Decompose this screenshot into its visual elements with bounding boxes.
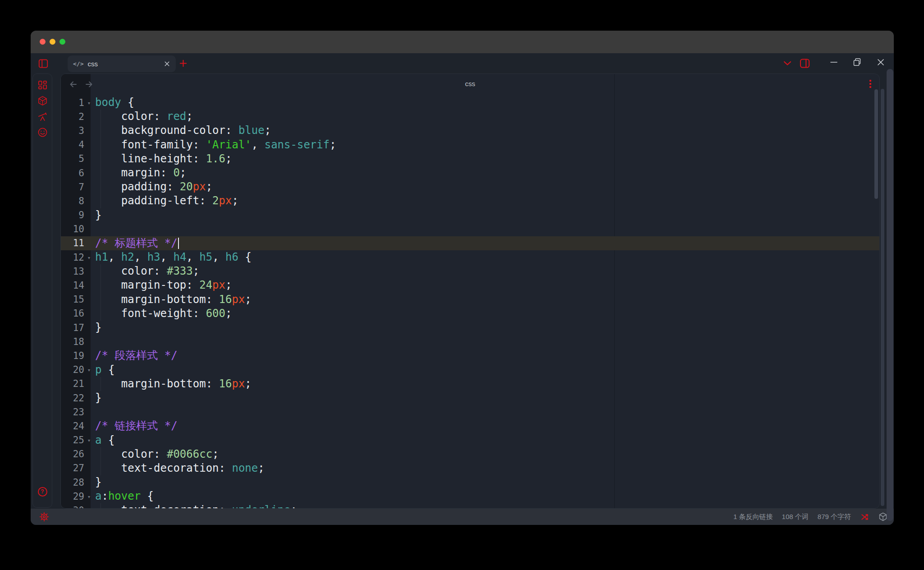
code-text[interactable]: h1, h2, h3, h4, h5, h6 { [91,250,879,264]
new-tab-button[interactable] [177,57,189,69]
code-text[interactable]: margin-top: 24px; [91,278,879,292]
code-line: 24/* 链接样式 */ [61,419,879,433]
code-text[interactable]: margin-bottom: 16px; [91,293,879,307]
code-line: 11/* 标题样式 */ [61,236,879,250]
code-text[interactable]: } [91,475,879,489]
line-number: 16 [61,308,91,319]
tab-list-dropdown-button[interactable] [782,59,792,67]
code-line: 17} [61,321,879,335]
app-window: </> css [31,31,894,525]
smile-button[interactable] [37,127,48,138]
code-text[interactable]: padding-left: 2px; [91,194,879,208]
chevron-down-icon [783,60,791,66]
left-ribbon: ? [32,74,52,508]
fold-caret-icon[interactable]: ▾ [88,100,90,105]
code-text[interactable]: p { [91,363,879,377]
code-line: 20▾p { [61,363,879,377]
editor-pane: css 1▾body {2 color: red;3 background-co… [60,74,880,509]
window-minimize-button[interactable] [828,57,839,68]
cube-status-button[interactable] [878,512,887,521]
code-text[interactable]: font-weight: 600; [91,307,879,321]
code-lines: 1▾body {2 color: red;3 background-color:… [61,96,879,509]
tab-css[interactable]: </> css [68,55,176,72]
code-line: 8 padding-left: 2px; [61,194,879,208]
close-icon [876,57,886,67]
code-text[interactable]: color: #333; [91,264,879,278]
code-line: 5 line-height: 1.6; [61,152,879,166]
code-line: 16 font-weight: 600; [61,307,879,321]
status-backlinks: 1 条反向链接 [733,513,773,521]
code-text[interactable]: a:hover { [91,489,879,503]
workspace: ? css 1▾body {2 color: red;3 background-… [31,74,894,509]
line-number: 19 [61,350,91,361]
code-text[interactable]: } [91,391,879,405]
traffic-minimize-button[interactable] [50,39,55,45]
code-text[interactable]: text-decoration: none; [91,461,879,475]
line-number: 29▾ [61,491,91,502]
line-number: 12▾ [61,252,91,263]
fold-caret-icon[interactable]: ▾ [88,494,90,499]
code-text[interactable]: body { [91,96,879,110]
code-text[interactable]: a { [91,433,879,447]
line-number: 10 [61,224,91,234]
telescope-button[interactable] [37,111,48,122]
help-button[interactable]: ? [37,486,48,497]
code-text[interactable]: /* 标题样式 */ [91,236,879,250]
code-text[interactable]: background-color: blue; [91,124,879,138]
more-options-button[interactable] [869,80,871,88]
fold-caret-icon[interactable]: ▾ [88,255,90,260]
restore-icon [852,57,862,67]
code-text[interactable]: /* 链接样式 */ [91,419,879,433]
line-number: 21 [61,378,91,389]
code-line: 21 margin-bottom: 16px; [61,377,879,391]
dice-button[interactable] [37,95,48,106]
fold-caret-icon[interactable]: ▾ [88,438,90,443]
line-number: 22 [61,393,91,404]
text-cursor [178,238,179,249]
sync-off-button[interactable] [860,512,869,522]
line-number: 8 [61,196,91,207]
window-scrollbar-thumb[interactable] [881,89,884,506]
close-icon [164,60,170,67]
traffic-lights [40,39,65,45]
tab-close-button[interactable] [164,60,170,67]
code-line: 18 [61,335,879,349]
code-text[interactable]: color: #0066cc; [91,447,879,461]
code-line: 26 color: #0066cc; [61,447,879,461]
code-text[interactable]: margin-bottom: 16px; [91,377,879,391]
code-text[interactable]: line-height: 1.6; [91,152,879,166]
telescope-icon [37,111,48,122]
code-text[interactable]: color: red; [91,110,879,124]
code-text[interactable]: /* 段落样式 */ [91,349,879,363]
code-line: 2 color: red; [61,110,879,124]
dice-cube-icon [37,96,48,106]
note-title: css [61,80,879,87]
fold-caret-icon[interactable]: ▾ [88,368,90,372]
window-restore-button[interactable] [852,57,863,68]
line-number: 23 [61,407,91,418]
settings-button[interactable] [39,511,50,522]
titlebar[interactable] [31,31,894,53]
window-close-button[interactable] [875,57,886,68]
code-text[interactable]: font-family: 'Arial', sans-serif; [91,138,879,152]
code-text[interactable]: } [91,321,879,335]
traffic-zoom-button[interactable] [59,39,65,45]
line-number: 30 [61,505,91,509]
tab-bar: </> css [31,53,894,74]
code-text[interactable]: } [91,208,879,222]
tab-label: css [87,60,164,68]
line-number: 6 [61,168,91,179]
line-number: 7 [61,182,91,193]
layout-grid-button[interactable] [37,79,48,90]
code-line: 27 text-decoration: none; [61,461,879,475]
line-number: 20▾ [61,364,91,375]
line-number: 24 [61,421,91,432]
code-text[interactable]: text-decoration: underline; [91,503,879,509]
window-edge-scrollbar[interactable] [887,69,893,521]
code-line: 28} [61,475,879,489]
panel-left-toggle-button[interactable] [37,57,49,69]
code-text[interactable]: margin: 0; [91,166,879,180]
traffic-close-button[interactable] [40,39,46,45]
panel-right-toggle-button[interactable] [798,56,811,70]
code-text[interactable]: padding: 20px; [91,180,879,194]
